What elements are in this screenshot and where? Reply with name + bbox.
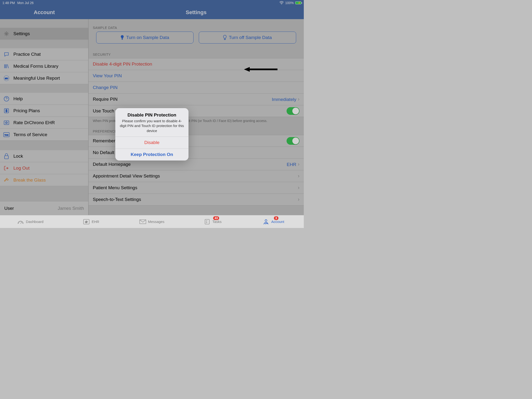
svg-point-18	[22, 222, 22, 222]
svg-point-24	[265, 220, 267, 222]
disable-pin-modal: Disable PIN Protection Please confirm yo…	[115, 108, 189, 160]
tab-label: Dashboard	[26, 220, 43, 224]
tab-messages[interactable]: Messages	[121, 215, 182, 228]
button-label: Keep Protection On	[131, 152, 173, 157]
dr-icon: dr	[83, 219, 90, 224]
account-badge: 3	[274, 216, 279, 220]
tab-label: EHR	[92, 220, 99, 224]
modal-keep-button[interactable]: Keep Protection On	[115, 149, 189, 160]
svg-point-25	[266, 223, 267, 224]
checklist-icon	[204, 219, 210, 224]
envelope-icon	[139, 219, 146, 224]
svg-point-17	[21, 221, 21, 221]
svg-text:dr: dr	[85, 220, 88, 224]
tab-account[interactable]: Account 3	[243, 215, 304, 228]
button-label: Disable	[144, 140, 159, 145]
modal-disable-button[interactable]: Disable	[115, 137, 189, 149]
doctor-icon	[263, 219, 269, 224]
tab-dashboard[interactable]: Dashboard	[0, 215, 61, 228]
svg-rect-23	[205, 219, 209, 224]
app-root: { "status": { "time": "1:48 PM", "date":…	[0, 0, 304, 228]
modal-title: Disable PIN Protection	[120, 112, 184, 118]
svg-point-15	[19, 223, 19, 223]
tab-label: Account	[271, 220, 284, 224]
gauge-icon	[17, 219, 24, 224]
tab-bar: Dashboard dr EHR Messages Tasks 43 Accou…	[0, 215, 304, 228]
tab-tasks[interactable]: Tasks 43	[182, 215, 243, 228]
modal-message: Please confirm you want to disable 4-dig…	[120, 119, 184, 133]
tasks-badge: 43	[213, 216, 219, 220]
tab-ehr[interactable]: dr EHR	[61, 215, 121, 228]
svg-point-16	[19, 222, 19, 222]
tab-label: Tasks	[212, 220, 222, 224]
tab-label: Messages	[148, 220, 164, 224]
svg-point-19	[22, 223, 23, 223]
